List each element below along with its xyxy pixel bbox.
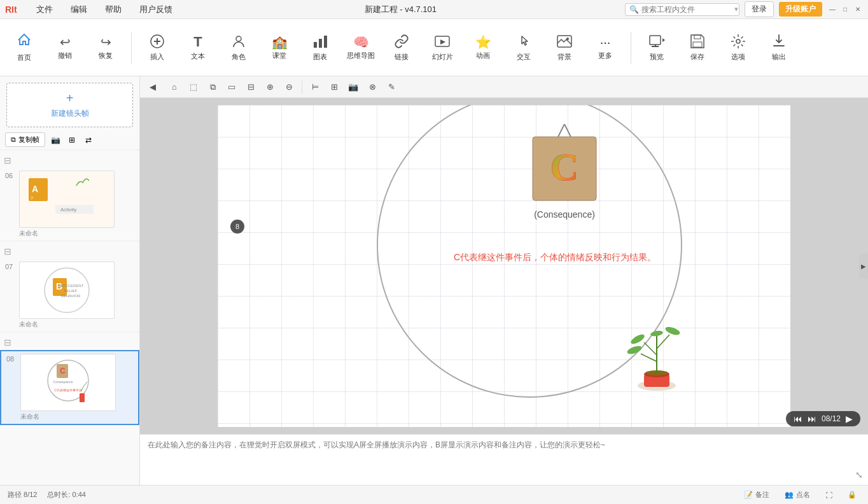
edit-tool[interactable]: ✎ [384, 80, 399, 95]
layers-tool[interactable]: ⊗ [365, 80, 380, 95]
house-shape-tool[interactable]: ⌂ [167, 80, 182, 95]
slide-item-07[interactable]: 07 B ANTECEDENT BELIEF BEHAVIOR 未命名 [0, 259, 139, 332]
adjust-icon[interactable]: ⇄ [82, 134, 95, 146]
upgrade-button[interactable]: 升级账户 [779, 2, 822, 17]
slide-07-divider-icon: ⊟ [3, 244, 13, 259]
export-svg [771, 33, 787, 50]
notes-button[interactable]: 📝 备注 [740, 489, 773, 501]
maximize-button[interactable]: □ [840, 4, 850, 15]
toolbar-options-label: 选项 [731, 52, 745, 62]
toolbar-home[interactable]: 首页 [6, 25, 42, 70]
toolbar-options[interactable]: 选项 [720, 25, 756, 70]
menu-feedback[interactable]: 用户反馈 [136, 3, 176, 17]
login-button[interactable]: 登录 [745, 1, 774, 17]
toolbar-preview-label: 预览 [650, 52, 664, 62]
expand-notes-button[interactable]: ⤡ [855, 470, 863, 480]
app-logo: RIt [5, 4, 17, 15]
toolbar-slideshow[interactable]: 幻灯片 [424, 25, 460, 70]
svg-point-51 [664, 325, 681, 337]
toolbar-text-label: 文本 [191, 52, 205, 61]
camera-tool[interactable]: 📷 [346, 80, 361, 95]
play-back-icon[interactable]: ⏮ [794, 414, 802, 424]
toolbar-insert[interactable]: 插入 [139, 25, 175, 70]
toolbar-animation[interactable]: ⭐ 动画 [465, 25, 501, 70]
menu-help[interactable]: 帮助 [101, 3, 125, 17]
copy-tool[interactable]: ⧉ [205, 80, 220, 95]
toolbar-more[interactable]: ··· 更多 [587, 25, 623, 70]
align-tool[interactable]: ⊟ [243, 80, 258, 95]
camera-icon[interactable]: 📷 [49, 134, 62, 146]
main-content: + 新建镜头帧 ⧉ 复制帧 📷 ⊞ ⇄ ⊟ 06 A [0, 76, 868, 485]
slide-wrapper-08: C Consequence C代表继这件事件后 未命名 [20, 354, 116, 421]
slide-wrapper-07: B ANTECEDENT BELIEF BEHAVIOR 未命名 [19, 262, 115, 329]
window-controls: — □ ✕ [827, 4, 863, 15]
svg-point-17 [736, 39, 740, 43]
search-dropdown-icon[interactable]: ▼ [733, 6, 739, 13]
menu-edit[interactable]: 编辑 [67, 3, 91, 17]
collapse-sidebar-button[interactable]: ◀ [145, 80, 160, 95]
align-left-tool[interactable]: ⊨ [307, 80, 323, 95]
toolbar-animation-label: 动画 [476, 51, 490, 60]
toolbar-redo[interactable]: ↪ 恢复 [88, 25, 123, 70]
slide-07-divider-wrapper: ⊟ [0, 241, 139, 259]
copy-icon: ⧉ [11, 136, 16, 144]
menu-file[interactable]: 文件 [32, 3, 57, 17]
toolbar-save[interactable]: 保存 [680, 25, 715, 70]
toolbar-home-label: 首页 [17, 53, 31, 62]
frame-tool[interactable]: ⬚ [186, 80, 201, 95]
character-icon [230, 33, 247, 51]
toolbar-background[interactable]: 背景 [547, 25, 582, 70]
svg-text:C: C [550, 145, 579, 188]
toolbar-sep-2 [631, 32, 631, 64]
search-bar[interactable]: 🔍 ▼ [625, 3, 739, 16]
point-button[interactable]: 👥 点名 [781, 489, 814, 501]
svg-rect-5 [319, 39, 322, 48]
consequence-card[interactable]: C C (Consequence) [529, 124, 599, 220]
canvas-main: 8 C C [140, 98, 868, 434]
svg-rect-14 [655, 45, 656, 46]
minimize-button[interactable]: — [827, 4, 837, 15]
slide-item-08[interactable]: 08 C Consequence C代表继这件事件后 未命名 [0, 350, 139, 425]
lock-button[interactable]: 🔒 [844, 489, 860, 500]
expand-icon[interactable]: ⊞ [66, 134, 78, 146]
slide-08-divider-wrapper: ⊟ [0, 332, 139, 350]
plant-illustration [625, 311, 689, 395]
toolbar-chart[interactable]: 图表 [302, 25, 338, 70]
classroom-icon: 🏫 [272, 34, 288, 50]
toolbar-classroom[interactable]: 🏫 课堂 [262, 25, 297, 70]
play-forward-icon[interactable]: ⏭ [808, 414, 816, 424]
toolbar-preview[interactable]: 预览 [639, 25, 675, 70]
svg-rect-13 [652, 46, 659, 47]
new-frame-button[interactable]: + 新建镜头帧 [6, 83, 133, 127]
zoom-out-tool[interactable]: ⊖ [281, 80, 297, 95]
undo-icon: ↩ [60, 34, 71, 50]
slide-06-divider-icon: ⊟ [3, 153, 13, 168]
preview-svg [648, 33, 665, 50]
distribute-tool[interactable]: ⊞ [326, 80, 342, 95]
slide-item-06[interactable]: 06 A ? Activity 未命名 [0, 168, 139, 241]
copy-frame-button[interactable]: ⧉ 复制帧 [5, 132, 45, 147]
slide-canvas[interactable]: 8 C C [218, 105, 790, 427]
insert-svg [149, 33, 165, 50]
toolbar-interact[interactable]: 交互 [506, 25, 542, 70]
search-input[interactable] [641, 5, 731, 14]
toolbar-character[interactable]: 角色 [221, 25, 256, 70]
close-button[interactable]: ✕ [853, 4, 863, 15]
slide-thumb-08: C Consequence C代表继这件事件后 [20, 354, 116, 411]
play-next-icon[interactable]: ▶ [846, 414, 853, 424]
zoom-in-tool[interactable]: ⊕ [262, 80, 277, 95]
svg-line-47 [644, 342, 657, 355]
character-svg [230, 33, 247, 50]
notes-textarea[interactable] [148, 440, 860, 480]
text-icon: T [193, 34, 202, 50]
toolbar-undo[interactable]: ↩ 撤销 [47, 25, 83, 70]
window-title: 新建工程 - v4.7.101 [365, 4, 437, 15]
rect-tool[interactable]: ▭ [224, 80, 239, 95]
toolbar-text[interactable]: T 文本 [180, 25, 216, 70]
toolbar-link[interactable]: 链接 [384, 25, 419, 70]
toolbar-export[interactable]: 输出 [761, 25, 797, 70]
toolbar-mindmap[interactable]: 🧠 思维导图 [343, 25, 379, 70]
right-collapse-tab[interactable]: ▶ [859, 253, 868, 279]
fullscreen-button[interactable]: ⛶ [822, 490, 836, 500]
save-icon [689, 33, 706, 51]
